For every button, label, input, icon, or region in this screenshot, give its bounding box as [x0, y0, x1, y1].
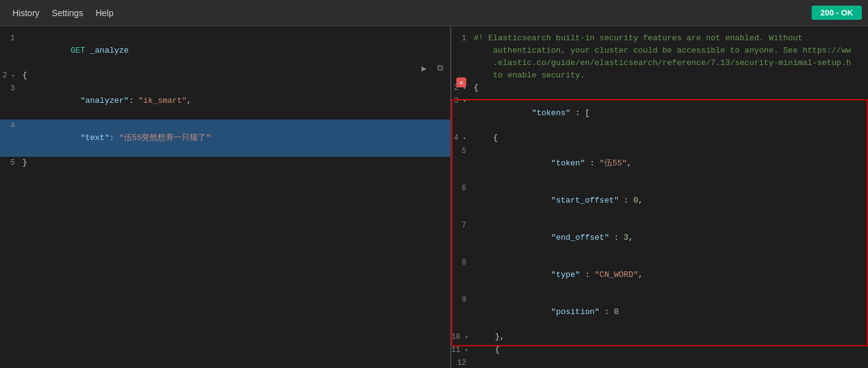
line-content: authentication, your cluster could be ac…: [474, 45, 868, 57]
copy-button[interactable]: ⧉: [434, 62, 446, 74]
line-content: {: [474, 82, 868, 94]
response-line-comment2: authentication, your cluster could be ac…: [451, 45, 868, 57]
line-content[interactable]: GET _analyze: [22, 32, 450, 69]
line-content: {: [474, 132, 868, 144]
response-line-2: 2 ▾ {: [451, 82, 868, 95]
line-content: "position" : 0: [474, 294, 868, 331]
line-content[interactable]: {: [22, 69, 450, 82]
line-number: 3 ▾: [451, 95, 474, 108]
line-content: {: [476, 344, 868, 356]
response-line-comment3: .elastic.co/guide/en/elasticsearch/refer…: [451, 57, 868, 69]
line-content: .elastic.co/guide/en/elasticsearch/refer…: [474, 57, 868, 69]
response-line-6: 6 "start_offset" : 0,: [451, 182, 868, 219]
line-content: "tokens" : [: [474, 95, 868, 132]
response-line-10: 10 ▾ },: [451, 331, 868, 344]
line-content[interactable]: }: [22, 157, 450, 169]
line-content: "token" : "伍55",: [474, 145, 868, 182]
line-number: 4: [0, 120, 22, 132]
menu-help[interactable]: Help: [89, 6, 120, 20]
line-content[interactable]: "text": "伍55突然想养一只猫了": [22, 120, 450, 157]
line-content: "start_offset" : 0,: [474, 182, 868, 219]
line-number: 8: [451, 256, 474, 269]
line-number: 5: [451, 145, 474, 157]
line-number: 3: [0, 82, 22, 95]
menu-history[interactable]: History: [6, 6, 46, 20]
line-number: 2 ▾: [0, 69, 22, 82]
line-content: to enable security.: [474, 69, 868, 82]
line-number: 1: [451, 32, 474, 45]
line-number: 12: [451, 357, 474, 368]
line-number: 4 ▾: [451, 132, 474, 145]
response-line-4: 4 ▾ {: [451, 132, 868, 145]
line-number: 9: [451, 294, 474, 306]
response-line-9: 9 "position" : 0: [451, 294, 868, 331]
response-line-comment4: to enable security.: [451, 69, 868, 82]
response-line-8: 8 "type" : "CN_WORD",: [451, 256, 868, 294]
run-button[interactable]: ▶: [418, 62, 430, 74]
response-line-7: 7 "end_offset" : 3,: [451, 219, 868, 256]
status-badge: 200 - OK: [812, 6, 862, 20]
line-number: 10 ▾: [451, 331, 476, 344]
response-line-5: 5 "token" : "伍55",: [451, 145, 868, 182]
line-content: },: [476, 331, 868, 343]
menu-bar: History Settings Help 200 - OK: [0, 0, 868, 26]
response-line-1: 1 #! Elasticsearch built-in security fea…: [451, 32, 868, 45]
main-content: ▶ ⧉ 1 GET _analyze 2 ▾ { 3 "analyzer": "…: [0, 26, 868, 368]
code-line-1: 1 GET _analyze: [0, 32, 450, 69]
response-line-11: 11 ▾ {: [451, 344, 868, 357]
line-content: "end_offset" : 3,: [474, 219, 868, 256]
right-panel: ✕ 1 #! Elasticsearch built-in security f…: [451, 26, 868, 368]
line-number: 5: [0, 157, 22, 169]
response-line-12: 12 "token" : "想养一只猫",: [451, 357, 868, 368]
menu-settings[interactable]: Settings: [46, 6, 90, 20]
request-editor: 1 GET _analyze 2 ▾ { 3 "analyzer": "ik_s…: [0, 26, 450, 368]
response-line-3: 3 ▾ "tokens" : [: [451, 95, 868, 132]
code-line-5: 5 }: [0, 157, 450, 169]
line-content: "token" : "想养一只猫",: [474, 357, 868, 368]
line-content: "type" : "CN_WORD",: [474, 256, 868, 294]
line-number: 6: [451, 182, 474, 195]
error-icon[interactable]: ✕: [456, 77, 466, 87]
left-toolbar: ▶ ⧉: [418, 62, 446, 74]
line-content: #! Elasticsearch built-in security featu…: [474, 32, 868, 45]
code-line-2: 2 ▾ {: [0, 69, 450, 82]
line-number: 11 ▾: [451, 344, 476, 357]
line-number: 1: [0, 32, 22, 45]
response-editor: 1 #! Elasticsearch built-in security fea…: [451, 26, 868, 368]
code-line-4: 4 "text": "伍55突然想养一只猫了": [0, 120, 450, 157]
left-panel: ▶ ⧉ 1 GET _analyze 2 ▾ { 3 "analyzer": "…: [0, 26, 451, 368]
line-number: 7: [451, 219, 474, 232]
code-line-3: 3 "analyzer": "ik_smart",: [0, 82, 450, 120]
line-content[interactable]: "analyzer": "ik_smart",: [22, 82, 450, 120]
